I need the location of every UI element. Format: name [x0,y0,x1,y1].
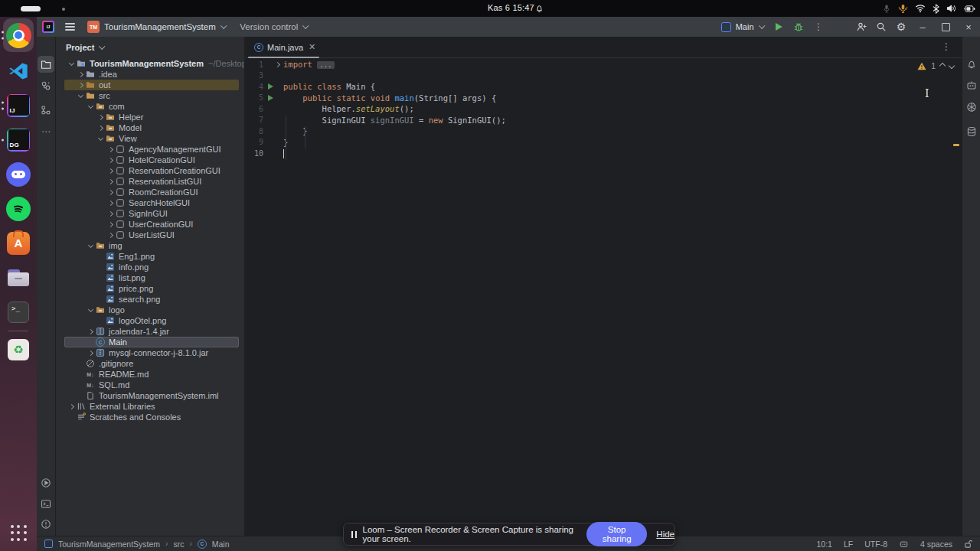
terminal-tool-icon[interactable] [38,495,54,512]
dock-terminal[interactable]: >_ [0,295,37,329]
fold-chevron-icon[interactable] [273,63,282,67]
code-line-10[interactable]: 10 [245,148,962,159]
tree-chevron-icon[interactable] [96,116,105,119]
tree-item-info-png[interactable]: info.png [56,262,244,272]
tree-item-external-libraries[interactable]: External Libraries [56,401,244,412]
tree-chevron-icon[interactable] [106,148,115,152]
line-separator[interactable]: LF [844,540,853,549]
breadcrumb-main[interactable]: Main [212,540,230,549]
tree-chevron-icon[interactable] [106,191,115,194]
dock-vscode[interactable] [0,54,37,88]
search-icon[interactable] [871,17,891,37]
settings-gear-icon[interactable]: ⚙ [891,17,911,37]
code-line-9[interactable]: 9} [245,137,962,148]
tree-item-out[interactable]: out [64,80,239,90]
run-gutter-icon[interactable] [263,95,273,101]
debug-button[interactable] [789,17,808,37]
tree-chevron-icon[interactable] [96,138,105,140]
breadcrumb-src[interactable]: src [173,540,184,549]
code-area[interactable]: 1import ...34public class Main {5 public… [245,59,962,159]
maximize-icon[interactable] [934,17,957,37]
dock-spotify[interactable] [0,191,37,226]
tree-item-com[interactable]: com [56,101,244,112]
tree-item-agencymanagementgui[interactable]: AgencyManagementGUI [56,144,244,155]
database-icon[interactable] [963,123,980,140]
tree-item--gitignore[interactable]: .gitignore [56,358,244,369]
more-tools-icon[interactable]: ⋯ [38,123,54,140]
maven-icon[interactable] [963,99,980,116]
wifi-icon[interactable] [915,4,926,13]
tree-item-scratches-and-consoles[interactable]: Scratches and Consoles [56,412,244,422]
tree-chevron-icon[interactable] [96,126,105,130]
code-line-4[interactable]: 4public class Main { [245,81,962,93]
battery-icon[interactable] [963,5,975,13]
tree-chevron-icon[interactable] [86,106,95,108]
tree-chevron-icon[interactable] [106,180,115,184]
tree-item-reservationcreationgui[interactable]: ReservationCreationGUI [56,165,244,176]
run-tool-icon[interactable] [38,474,54,491]
code-line-3[interactable]: 3 [245,70,962,82]
tree-item-img[interactable]: img [56,240,244,251]
tree-chevron-icon[interactable] [76,73,85,77]
close-icon[interactable]: × [957,17,980,37]
tree-item-readme-md[interactable]: M↓README.md [56,369,244,380]
tree-chevron-icon[interactable] [86,309,95,311]
code-line-6[interactable]: 6 Helper.setLayout(); [245,103,962,115]
tree-item-price-png[interactable]: price.png [56,283,244,294]
editor[interactable]: C Main.java ✕ ⋮ 1import ...34public clas… [245,37,962,536]
structure-icon[interactable] [38,102,54,119]
close-tab-icon[interactable]: ✕ [309,42,315,52]
ai-assistant-status-icon[interactable] [899,540,909,549]
tree-chevron-icon[interactable] [86,245,95,247]
tree-item-searchhotelgui[interactable]: SearchHotelGUI [56,197,244,208]
tree-chevron-icon[interactable] [106,233,115,237]
run-gutter-icon[interactable] [263,83,273,90]
notifications-icon[interactable] [963,56,980,73]
tree-item--idea[interactable]: .idea [56,69,244,80]
project-tool-icon[interactable] [38,56,54,73]
dock-trash[interactable]: ♻ [0,334,37,365]
code-line-1[interactable]: 1import ... [245,59,962,70]
tree-item-userlistgui[interactable]: UserListGUI [56,230,244,240]
workspace-indicator-other[interactable] [62,8,65,11]
tree-item-logootel-png[interactable]: logoOtel.png [56,315,244,326]
tree-item-tourismmanagementsystem-iml[interactable]: TourismManagementSystem.iml [56,390,244,401]
workspace-indicator-active[interactable] [21,6,41,11]
tree-chevron-icon[interactable] [86,330,95,334]
problems-icon[interactable] [38,516,54,533]
tab-options-icon[interactable]: ⋮ [942,41,951,52]
next-problem-icon[interactable] [949,63,955,69]
unlocked-icon[interactable] [964,540,972,549]
code-with-me-icon[interactable] [851,17,871,37]
tree-item-helper[interactable]: Helper [56,112,244,122]
run-button[interactable] [769,17,789,37]
tree-item-usercreationgui[interactable]: UserCreationGUI [56,219,244,230]
tree-item-signingui[interactable]: SignInGUI [56,208,244,219]
file-encoding[interactable]: UTF-8 [864,540,887,549]
tree-item-tourismmanagementsystem[interactable]: TourismManagementSystem~/Desktop/TurizmA… [56,58,244,69]
microphone-active-icon[interactable] [898,4,908,14]
dock-google-chrome[interactable] [0,17,37,54]
tree-item-main[interactable]: CMain [64,337,239,347]
tree-item-list-png[interactable]: list.png [56,272,244,283]
stop-sharing-button[interactable]: Stop sharing [586,522,647,546]
tree-chevron-icon[interactable] [86,351,95,355]
run-configuration-selector[interactable]: Main [721,22,763,32]
tree-chevron-icon[interactable] [76,95,85,97]
indent-setting[interactable]: 4 spaces [920,540,952,549]
dock-discord[interactable] [0,157,37,191]
prev-problem-icon[interactable] [939,63,946,69]
tree-chevron-icon[interactable] [106,169,115,173]
tree-item-hotelcreationgui[interactable]: HotelCreationGUI [56,155,244,165]
tree-item-view[interactable]: View [56,133,244,144]
main-menu-icon[interactable] [65,23,75,30]
dock-app-center[interactable]: A [0,226,37,260]
tab-main-java[interactable]: C Main.java ✕ [245,37,322,58]
tree-item-reservationlistgui[interactable]: ReservationListGUI [56,176,244,187]
analysis-warning-stripe[interactable] [953,144,959,146]
vcs-menu[interactable]: Version control [240,22,298,31]
clock[interactable]: Kas 6 15:47 [488,3,534,12]
dock-intellij-idea[interactable]: IJ [0,88,37,122]
dock-show-apps[interactable] [0,517,37,548]
minimize-icon[interactable]: – [911,17,934,37]
